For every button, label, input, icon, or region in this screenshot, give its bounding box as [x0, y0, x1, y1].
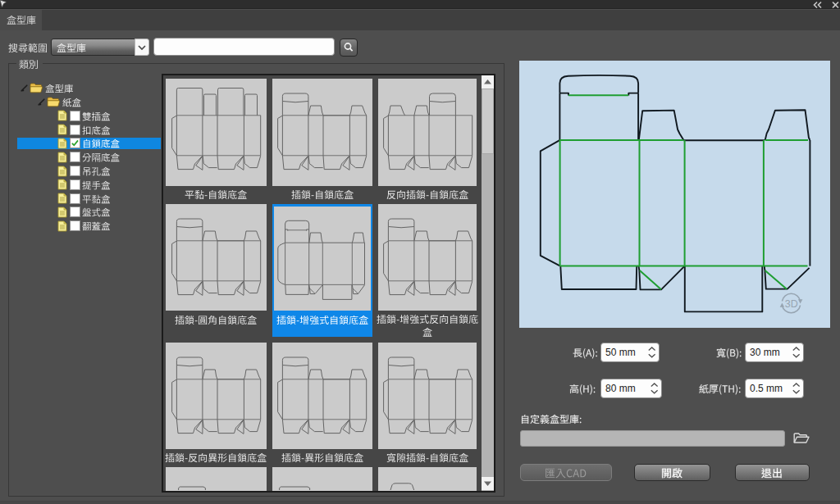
svg-text:3D: 3D — [785, 298, 798, 310]
